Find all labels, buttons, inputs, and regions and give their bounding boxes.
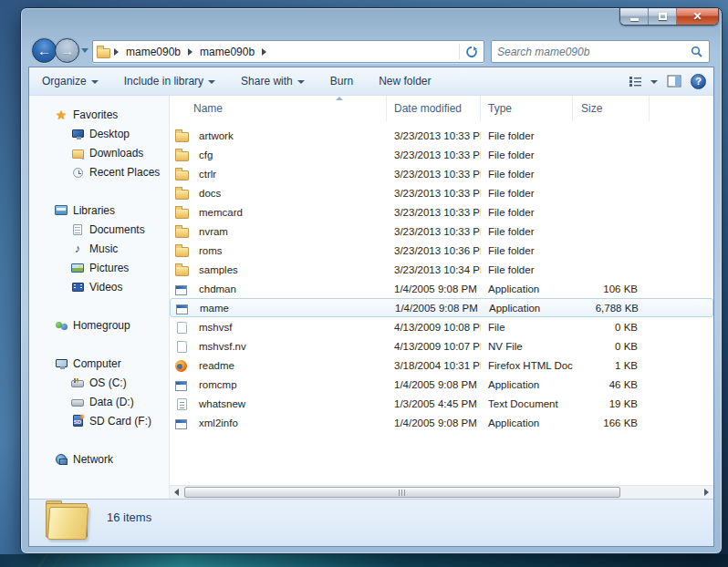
sidebar-item-favorites[interactable]: ★Favorites (29, 105, 169, 124)
file-type: Text Document (481, 398, 573, 409)
toolbar-item-organize[interactable]: Organize (42, 75, 99, 88)
sidebar-item-homegroup[interactable]: Homegroup (29, 315, 169, 335)
search-box (491, 40, 710, 63)
breadcrumb-arrow-icon[interactable] (114, 48, 119, 56)
column-header-name[interactable]: Name (175, 96, 387, 121)
sidebar-item-libraries[interactable]: Libraries (29, 201, 169, 220)
breadcrumb-arrow-icon[interactable] (188, 48, 192, 56)
file-row[interactable]: nvram3/23/2013 10:33 PMFile folder (170, 222, 713, 241)
file-row[interactable]: mame1/4/2005 9:08 PMApplication6,788 KB (170, 298, 713, 317)
sidebar-item-music[interactable]: ♪Music (29, 239, 169, 258)
scrollbar-track[interactable] (183, 486, 700, 499)
forward-arrow-icon: → (60, 44, 74, 57)
file-row[interactable]: memcard3/23/2013 10:33 PMFile folder (170, 202, 713, 222)
back-button[interactable]: ← (32, 38, 57, 63)
breadcrumb-item[interactable]: mame090b (196, 46, 258, 58)
scroll-right-button[interactable] (700, 486, 713, 500)
minimize-button[interactable] (620, 8, 649, 25)
file-type: Application (481, 284, 573, 294)
file-row[interactable]: ctrlr3/23/2013 10:33 PMFile folder (170, 164, 713, 183)
preview-pane-button[interactable] (667, 75, 681, 88)
sidebar-item-datad[interactable]: Data (D:) (29, 392, 169, 411)
sidebar-item-network[interactable]: Network (29, 449, 169, 469)
sidebar-item-downloads[interactable]: Downloads (29, 143, 169, 162)
search-input[interactable] (492, 41, 691, 62)
file-date-modified: 3/23/2013 10:33 PM (387, 130, 481, 141)
sidebar-item-documents[interactable]: Documents (29, 220, 169, 239)
file-row[interactable]: chdman1/4/2005 9:08 PMApplication106 KB (170, 279, 713, 298)
libraries-icon (55, 205, 68, 215)
file-row[interactable]: docs3/23/2013 10:33 PMFile folder (170, 183, 713, 202)
homegroup-icon (55, 320, 68, 331)
explorer-window: ✕ ← → mame090bmame090b OrganizeInclude i… (20, 7, 723, 554)
file-row[interactable]: mshvsf4/13/2009 10:08 PMFile0 KB (170, 317, 713, 336)
folder-icon (175, 151, 189, 161)
file-row[interactable]: romcmp1/4/2005 9:08 PMApplication46 KB (170, 375, 713, 394)
details-pane: 16 items (29, 499, 713, 546)
toolbar-item-new-folder[interactable]: New folder (379, 75, 431, 88)
sidebar-item-desktop[interactable]: Desktop (29, 124, 169, 143)
documents-icon (73, 224, 82, 235)
sidebar-item-label: Documents (89, 223, 145, 236)
recent-pages-dropdown[interactable] (81, 48, 88, 53)
maximize-button[interactable] (649, 8, 677, 25)
sidebar-item-osc[interactable]: OS (C:) (29, 373, 169, 392)
file-list-pane: NameDate modifiedTypeSize artwork3/23/20… (170, 96, 713, 499)
search-icon[interactable] (691, 46, 702, 57)
file-type: File (481, 322, 573, 333)
toolbar-item-burn[interactable]: Burn (330, 75, 353, 88)
views-icon (629, 76, 642, 88)
column-header-type[interactable]: Type (481, 96, 573, 121)
sidebar-item-sdcardf[interactable]: SDSD Card (F:) (29, 411, 169, 430)
file-date-modified: 3/23/2013 10:33 PM (387, 188, 481, 199)
file-date-modified: 3/23/2013 10:33 PM (387, 169, 481, 180)
application-icon (176, 304, 188, 314)
change-view-button[interactable] (629, 76, 658, 88)
column-header-date-modified[interactable]: Date modified (387, 96, 481, 121)
toolbar-item-share-with[interactable]: Share with (241, 75, 305, 88)
help-button[interactable]: ? (691, 74, 706, 89)
breadcrumb-item[interactable]: mame090b (122, 46, 184, 58)
file-size: 0 KB (573, 322, 650, 333)
file-size: 166 KB (573, 418, 650, 428)
sidebar-gap (29, 335, 169, 354)
file-date-modified: 1/4/2005 9:08 PM (387, 418, 481, 428)
application-icon (175, 419, 187, 429)
maximize-icon (659, 13, 667, 20)
chevron-down-icon (91, 80, 99, 84)
address-dropdown-button[interactable] (442, 41, 459, 62)
scrollbar-thumb[interactable] (184, 487, 620, 498)
breadcrumb: mame090bmame090b (110, 41, 442, 62)
sidebar-item-pictures[interactable]: Pictures (29, 258, 169, 277)
file-row[interactable]: samples3/23/2013 10:34 PMFile folder (170, 260, 713, 279)
refresh-button[interactable] (460, 41, 484, 62)
column-header-size[interactable]: Size (573, 96, 650, 121)
sidebar-item-label: Pictures (89, 262, 129, 274)
file-row[interactable]: roms3/23/2013 10:36 PMFile folder (170, 241, 713, 260)
sidebar-item-videos[interactable]: Videos (29, 277, 169, 296)
sidebar-item-computer[interactable]: Computer (29, 354, 169, 373)
column-headers: NameDate modifiedTypeSize (170, 96, 713, 121)
breadcrumb-arrow-icon[interactable] (262, 48, 266, 56)
sidebar-item-recentplaces[interactable]: Recent Places (29, 162, 169, 181)
forward-button[interactable]: → (55, 38, 79, 63)
scroll-left-button[interactable] (170, 486, 183, 500)
address-bar[interactable]: mame090bmame090b (92, 40, 484, 63)
sidebar-item-label: Network (73, 453, 113, 466)
chevron-down-icon (650, 80, 658, 84)
file-type: NV File (481, 341, 573, 352)
file-row[interactable]: xml2info1/4/2005 9:08 PMApplication166 K… (170, 413, 713, 432)
file-row[interactable]: whatsnew1/3/2005 4:45 PMText Document19 … (170, 394, 713, 413)
toolbar-item-label: Organize (42, 75, 87, 88)
toolbar-item-label: New folder (379, 75, 431, 88)
file-row[interactable]: mshvsf.nv4/13/2009 10:07 PMNV File0 KB (170, 336, 713, 356)
file-row[interactable]: artwork3/23/2013 10:33 PMFile folder (170, 126, 713, 145)
file-row[interactable]: cfg3/23/2013 10:33 PMFile folder (170, 145, 713, 164)
folder-icon (175, 209, 189, 219)
item-count: 16 items (107, 510, 151, 524)
file-row[interactable]: readme3/18/2004 10:31 PMFirefox HTML Doc… (170, 356, 713, 375)
caption-buttons: ✕ (619, 8, 719, 26)
close-button[interactable]: ✕ (677, 8, 718, 25)
sidebar-item-label: OS (C:) (89, 376, 127, 389)
toolbar-item-include-in-library[interactable]: Include in library (124, 75, 215, 88)
